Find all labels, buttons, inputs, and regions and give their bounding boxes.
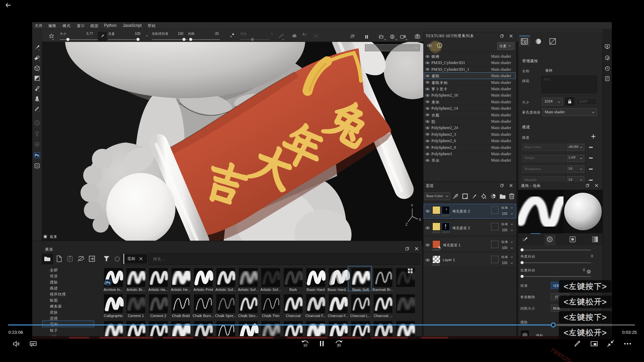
svg-text:Y: Y: [411, 204, 413, 207]
svg-text:Z: Z: [406, 223, 408, 226]
svg-text:10: 10: [303, 343, 307, 347]
svg-text:1: 1: [439, 44, 441, 48]
svg-text:X: X: [419, 218, 421, 222]
svg-text:Ps: Ps: [106, 281, 111, 285]
svg-text:30: 30: [337, 343, 341, 347]
svg-text:S: S: [36, 121, 38, 125]
